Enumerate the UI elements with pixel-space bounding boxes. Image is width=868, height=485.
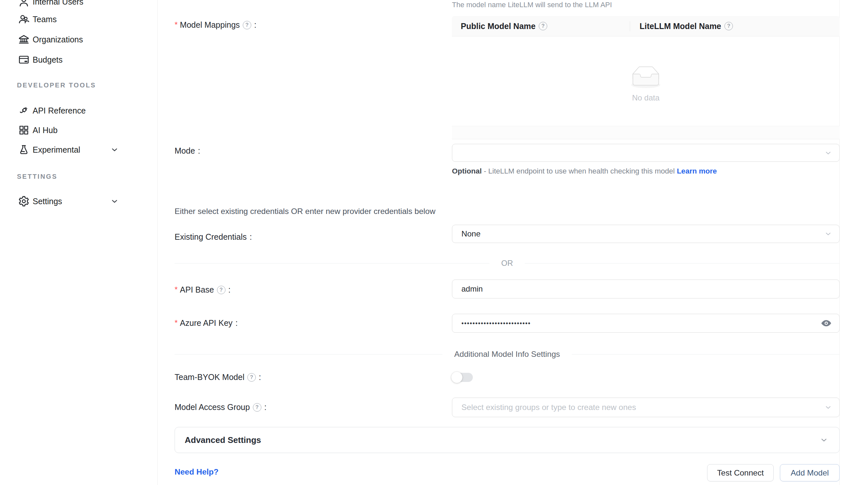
add-model-button[interactable]: Add Model xyxy=(780,464,840,481)
team-byok-toggle[interactable] xyxy=(452,373,473,382)
learn-more-link[interactable]: Learn more xyxy=(677,167,717,175)
team-byok-label: Team-BYOK Model ? : xyxy=(175,373,261,382)
question-circle-icon[interactable]: ? xyxy=(243,21,251,29)
plug-icon xyxy=(18,105,30,117)
required-mark: * xyxy=(175,318,178,327)
model-mappings-label: * Model Mappings ? : xyxy=(175,20,256,30)
column-header-public-model: Public Model Name ? xyxy=(461,22,547,31)
sidebar-item-label: API Reference xyxy=(33,106,86,116)
existing-credentials-label: Existing Credentials : xyxy=(175,232,252,242)
question-circle-icon[interactable]: ? xyxy=(217,286,225,294)
sidebar-item-label: Budgets xyxy=(33,55,63,65)
app-grid-icon xyxy=(18,124,30,136)
mode-label: Mode : xyxy=(175,146,200,156)
advanced-settings-panel[interactable]: Advanced Settings xyxy=(175,427,840,453)
flask-icon xyxy=(18,144,30,156)
sidebar-item-label: Settings xyxy=(33,197,62,206)
advanced-settings-title: Advanced Settings xyxy=(185,435,261,445)
additional-settings-divider: Additional Model Info Settings xyxy=(175,349,840,359)
sidebar-item-experimental[interactable]: Experimental xyxy=(0,139,158,160)
sidebar-item-settings[interactable]: Settings xyxy=(0,191,158,212)
eye-icon[interactable] xyxy=(820,317,832,329)
or-divider: OR xyxy=(175,258,840,268)
question-circle-icon[interactable]: ? xyxy=(539,22,547,30)
sidebar-item-label: Experimental xyxy=(33,145,80,155)
column-divider xyxy=(630,21,630,31)
select-placeholder: Select existing groups or type to create… xyxy=(461,403,636,412)
add-model-page: Internal Users Teams Organizations Budge… xyxy=(0,0,868,485)
add-model-form: The model name LiteLLM will send to the … xyxy=(158,0,868,485)
sidebar-section-developer-tools: DEVELOPER TOOLS xyxy=(17,82,96,89)
required-mark: * xyxy=(175,20,178,29)
two-users-icon xyxy=(18,13,30,25)
model-access-group-select[interactable]: Select existing groups or type to create… xyxy=(452,397,840,417)
question-circle-icon[interactable]: ? xyxy=(247,373,256,382)
table-header-row: Public Model Name ? LiteLLM Model Name ? xyxy=(452,16,840,36)
bank-icon xyxy=(18,34,30,45)
gear-icon xyxy=(18,195,30,207)
table-empty-state: No data xyxy=(452,36,840,126)
mode-select[interactable] xyxy=(452,144,840,162)
toggle-knob xyxy=(451,372,462,383)
credit-card-icon xyxy=(18,54,30,66)
azure-api-key-label: * Azure API Key : xyxy=(175,318,238,328)
sidebar-item-ai-hub[interactable]: AI Hub xyxy=(0,120,158,140)
sidebar-item-label: Internal Users xyxy=(33,0,84,6)
chevron-down-icon xyxy=(824,149,832,157)
question-circle-icon[interactable]: ? xyxy=(724,22,733,30)
chevron-down-icon xyxy=(824,230,832,238)
credentials-note: Either select existing credentials OR en… xyxy=(175,207,435,216)
chevron-down-icon xyxy=(110,197,119,205)
sidebar-item-label: AI Hub xyxy=(33,126,57,135)
chevron-down-icon xyxy=(824,403,832,411)
masked-key-value: ••••••••••••••••••••••••• xyxy=(461,320,531,327)
no-data-text: No data xyxy=(632,93,659,102)
question-circle-icon[interactable]: ? xyxy=(253,403,261,412)
azure-api-key-input[interactable]: ••••••••••••••••••••••••• xyxy=(452,314,840,333)
sidebar-item-api-reference[interactable]: API Reference xyxy=(0,100,158,121)
need-help-link[interactable]: Need Help? xyxy=(175,467,219,477)
table-footer-strip xyxy=(452,126,840,139)
sidebar-item-budgets[interactable]: Budgets xyxy=(0,50,158,70)
sidebar-item-label: Teams xyxy=(33,15,57,24)
user-icon xyxy=(18,0,30,7)
mode-help-text: Optional - LiteLLM endpoint to use when … xyxy=(452,165,728,177)
model-access-group-label: Model Access Group ? : xyxy=(175,402,267,412)
api-base-value: admin xyxy=(461,284,483,294)
test-connect-button[interactable]: Test Connect xyxy=(707,464,774,481)
empty-box-icon xyxy=(628,66,664,90)
sidebar: Internal Users Teams Organizations Budge… xyxy=(0,0,158,485)
existing-credentials-select[interactable]: None xyxy=(452,225,840,243)
sidebar-item-label: Organizations xyxy=(33,35,83,44)
sidebar-section-settings: SETTINGS xyxy=(17,173,57,181)
api-base-label: * API Base ? : xyxy=(175,285,231,294)
chevron-down-icon xyxy=(110,146,119,154)
selected-value: None xyxy=(461,229,480,238)
model-mappings-table: Public Model Name ? LiteLLM Model Name ? xyxy=(452,16,840,139)
chevron-down-icon xyxy=(820,436,828,444)
api-base-input[interactable]: admin xyxy=(452,280,840,298)
sidebar-item-teams[interactable]: Teams xyxy=(0,9,158,29)
litellm-model-hint: The model name LiteLLM will send to the … xyxy=(452,1,612,9)
column-header-litellm-model: LiteLLM Model Name ? xyxy=(640,22,733,31)
sidebar-item-organizations[interactable]: Organizations xyxy=(0,29,158,50)
required-mark: * xyxy=(175,285,178,294)
